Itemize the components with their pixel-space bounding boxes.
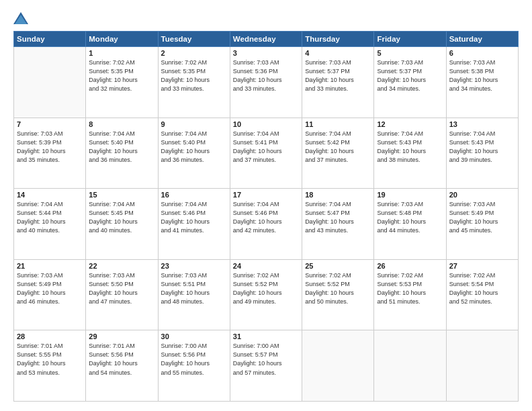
calendar-week-5: 28Sunrise: 7:01 AMSunset: 5:55 PMDayligh… — [14, 330, 519, 402]
day-info: Sunrise: 7:04 AMSunset: 5:41 PMDaylight:… — [233, 130, 299, 165]
day-info: Sunrise: 7:04 AMSunset: 5:40 PMDaylight:… — [161, 130, 227, 165]
day-number: 2 — [161, 49, 227, 57]
day-number: 26 — [377, 262, 443, 270]
day-info: Sunrise: 7:03 AMSunset: 5:49 PMDaylight:… — [17, 271, 83, 306]
calendar-cell: 31Sunrise: 7:00 AMSunset: 5:57 PMDayligh… — [230, 330, 302, 402]
day-info: Sunrise: 7:03 AMSunset: 5:39 PMDaylight:… — [17, 130, 83, 165]
calendar-cell: 24Sunrise: 7:02 AMSunset: 5:52 PMDayligh… — [230, 259, 302, 330]
day-info: Sunrise: 7:03 AMSunset: 5:48 PMDaylight:… — [377, 200, 443, 235]
logo — [13, 12, 30, 24]
calendar-cell: 21Sunrise: 7:03 AMSunset: 5:49 PMDayligh… — [14, 259, 86, 330]
calendar-header-friday: Friday — [374, 32, 446, 47]
day-number: 7 — [17, 120, 83, 128]
calendar-cell: 25Sunrise: 7:02 AMSunset: 5:52 PMDayligh… — [302, 259, 374, 330]
calendar-cell — [302, 330, 374, 402]
calendar-week-3: 14Sunrise: 7:04 AMSunset: 5:44 PMDayligh… — [14, 189, 519, 260]
calendar-cell: 26Sunrise: 7:02 AMSunset: 5:53 PMDayligh… — [374, 259, 446, 330]
calendar-cell: 7Sunrise: 7:03 AMSunset: 5:39 PMDaylight… — [14, 118, 86, 189]
day-number: 12 — [377, 120, 443, 128]
day-info: Sunrise: 7:04 AMSunset: 5:46 PMDaylight:… — [161, 200, 227, 235]
calendar-cell: 16Sunrise: 7:04 AMSunset: 5:46 PMDayligh… — [158, 189, 230, 260]
calendar-header-thursday: Thursday — [302, 32, 374, 47]
calendar-week-2: 7Sunrise: 7:03 AMSunset: 5:39 PMDaylight… — [14, 118, 519, 189]
calendar-cell: 10Sunrise: 7:04 AMSunset: 5:41 PMDayligh… — [230, 118, 302, 189]
day-info: Sunrise: 7:03 AMSunset: 5:37 PMDaylight:… — [377, 58, 443, 93]
day-number: 21 — [17, 262, 83, 270]
day-number: 14 — [17, 191, 83, 199]
calendar-header-tuesday: Tuesday — [158, 32, 230, 47]
calendar-cell: 20Sunrise: 7:03 AMSunset: 5:49 PMDayligh… — [446, 189, 518, 260]
calendar-cell — [374, 330, 446, 402]
calendar-cell: 1Sunrise: 7:02 AMSunset: 5:35 PMDaylight… — [86, 47, 158, 118]
day-number: 19 — [377, 191, 443, 199]
calendar-cell: 14Sunrise: 7:04 AMSunset: 5:44 PMDayligh… — [14, 189, 86, 260]
day-number: 30 — [161, 332, 227, 340]
day-number: 17 — [233, 191, 299, 199]
calendar-cell: 5Sunrise: 7:03 AMSunset: 5:37 PMDaylight… — [374, 47, 446, 118]
calendar-cell: 27Sunrise: 7:02 AMSunset: 5:54 PMDayligh… — [446, 259, 518, 330]
day-number: 13 — [449, 120, 515, 128]
day-info: Sunrise: 7:04 AMSunset: 5:40 PMDaylight:… — [89, 130, 154, 165]
day-info: Sunrise: 7:04 AMSunset: 5:44 PMDaylight:… — [17, 200, 83, 235]
calendar-cell: 17Sunrise: 7:04 AMSunset: 5:46 PMDayligh… — [230, 189, 302, 260]
calendar-cell: 22Sunrise: 7:03 AMSunset: 5:50 PMDayligh… — [86, 259, 158, 330]
day-number: 18 — [305, 191, 371, 199]
day-number: 22 — [89, 262, 154, 270]
page: SundayMondayTuesdayWednesdayThursdayFrid… — [0, 0, 532, 411]
day-info: Sunrise: 7:04 AMSunset: 5:42 PMDaylight:… — [305, 130, 371, 165]
day-number: 29 — [89, 332, 154, 340]
day-info: Sunrise: 7:01 AMSunset: 5:56 PMDaylight:… — [89, 342, 154, 377]
day-number: 9 — [161, 120, 227, 128]
day-info: Sunrise: 7:03 AMSunset: 5:49 PMDaylight:… — [449, 200, 515, 235]
day-number: 1 — [89, 49, 154, 57]
day-info: Sunrise: 7:03 AMSunset: 5:51 PMDaylight:… — [161, 271, 227, 306]
calendar-cell: 18Sunrise: 7:04 AMSunset: 5:47 PMDayligh… — [302, 189, 374, 260]
calendar-cell: 29Sunrise: 7:01 AMSunset: 5:56 PMDayligh… — [86, 330, 158, 402]
calendar-cell: 11Sunrise: 7:04 AMSunset: 5:42 PMDayligh… — [302, 118, 374, 189]
day-number: 23 — [161, 262, 227, 270]
day-info: Sunrise: 7:02 AMSunset: 5:52 PMDaylight:… — [233, 271, 299, 306]
day-info: Sunrise: 7:03 AMSunset: 5:37 PMDaylight:… — [305, 58, 371, 93]
calendar-cell: 3Sunrise: 7:03 AMSunset: 5:36 PMDaylight… — [230, 47, 302, 118]
day-number: 25 — [305, 262, 371, 270]
calendar-cell — [446, 330, 518, 402]
day-number: 5 — [377, 49, 443, 57]
calendar-cell: 6Sunrise: 7:03 AMSunset: 5:38 PMDaylight… — [446, 47, 518, 118]
calendar-cell: 13Sunrise: 7:04 AMSunset: 5:43 PMDayligh… — [446, 118, 518, 189]
day-info: Sunrise: 7:03 AMSunset: 5:36 PMDaylight:… — [233, 58, 299, 93]
calendar-cell: 12Sunrise: 7:04 AMSunset: 5:43 PMDayligh… — [374, 118, 446, 189]
day-info: Sunrise: 7:00 AMSunset: 5:56 PMDaylight:… — [161, 342, 227, 377]
day-number: 15 — [89, 191, 154, 199]
day-info: Sunrise: 7:04 AMSunset: 5:45 PMDaylight:… — [89, 200, 154, 235]
day-number: 3 — [233, 49, 299, 57]
day-number: 28 — [17, 332, 83, 340]
calendar-header-wednesday: Wednesday — [230, 32, 302, 47]
calendar-body: 1Sunrise: 7:02 AMSunset: 5:35 PMDaylight… — [14, 47, 519, 402]
calendar-week-1: 1Sunrise: 7:02 AMSunset: 5:35 PMDaylight… — [14, 47, 519, 118]
day-info: Sunrise: 7:02 AMSunset: 5:54 PMDaylight:… — [449, 271, 515, 306]
day-number: 20 — [449, 191, 515, 199]
logo-icon — [13, 12, 28, 24]
day-info: Sunrise: 7:04 AMSunset: 5:46 PMDaylight:… — [233, 200, 299, 235]
day-number: 10 — [233, 120, 299, 128]
day-info: Sunrise: 7:03 AMSunset: 5:50 PMDaylight:… — [89, 271, 154, 306]
day-info: Sunrise: 7:04 AMSunset: 5:43 PMDaylight:… — [449, 130, 515, 165]
calendar-header-row: SundayMondayTuesdayWednesdayThursdayFrid… — [14, 32, 519, 47]
day-info: Sunrise: 7:02 AMSunset: 5:52 PMDaylight:… — [305, 271, 371, 306]
calendar-cell: 30Sunrise: 7:00 AMSunset: 5:56 PMDayligh… — [158, 330, 230, 402]
calendar-header-saturday: Saturday — [446, 32, 518, 47]
day-number: 16 — [161, 191, 227, 199]
calendar-cell: 8Sunrise: 7:04 AMSunset: 5:40 PMDaylight… — [86, 118, 158, 189]
day-info: Sunrise: 7:00 AMSunset: 5:57 PMDaylight:… — [233, 342, 299, 377]
calendar-cell: 23Sunrise: 7:03 AMSunset: 5:51 PMDayligh… — [158, 259, 230, 330]
day-info: Sunrise: 7:04 AMSunset: 5:47 PMDaylight:… — [305, 200, 371, 235]
day-number: 11 — [305, 120, 371, 128]
day-info: Sunrise: 7:01 AMSunset: 5:55 PMDaylight:… — [17, 342, 83, 377]
day-info: Sunrise: 7:02 AMSunset: 5:53 PMDaylight:… — [377, 271, 443, 306]
day-info: Sunrise: 7:02 AMSunset: 5:35 PMDaylight:… — [161, 58, 227, 93]
calendar-cell: 2Sunrise: 7:02 AMSunset: 5:35 PMDaylight… — [158, 47, 230, 118]
day-number: 27 — [449, 262, 515, 270]
calendar-cell: 9Sunrise: 7:04 AMSunset: 5:40 PMDaylight… — [158, 118, 230, 189]
day-number: 4 — [305, 49, 371, 57]
day-number: 8 — [89, 120, 154, 128]
